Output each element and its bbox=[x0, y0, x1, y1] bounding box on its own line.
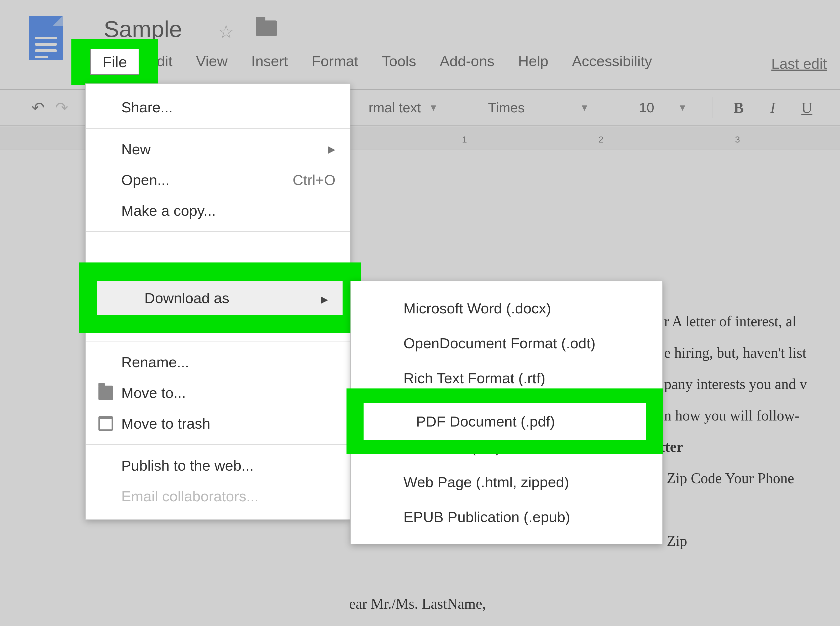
file-menu-item[interactable]: Make a copy... bbox=[86, 195, 350, 226]
menu-item-download-as-highlighted[interactable]: Download as ▶ bbox=[97, 281, 343, 315]
menu-file-highlighted[interactable]: File bbox=[90, 49, 139, 75]
file-menu-item-label: Share... bbox=[121, 99, 173, 116]
star-icon[interactable]: ☆ bbox=[218, 21, 235, 42]
download-submenu-item[interactable]: EPUB Publication (.epub) bbox=[351, 499, 662, 534]
file-menu-item[interactable]: Move to trash bbox=[86, 408, 350, 439]
menu-view[interactable]: View bbox=[196, 53, 228, 70]
trash-icon bbox=[99, 416, 113, 431]
file-menu-item-label: Move to... bbox=[121, 384, 186, 401]
ruler-mark: 3 bbox=[735, 135, 740, 145]
chevron-right-icon: ▶ bbox=[328, 144, 335, 155]
folder-icon bbox=[99, 386, 113, 400]
move-folder-icon[interactable] bbox=[256, 20, 277, 36]
submenu-item-pdf-highlighted[interactable]: PDF Document (.pdf) bbox=[364, 403, 646, 440]
file-menu-item-label: Email collaborators... bbox=[121, 488, 258, 505]
highlight-pdf: PDF Document (.pdf) bbox=[347, 388, 663, 454]
download-submenu-item[interactable]: Microsoft Word (.docx) bbox=[351, 291, 662, 326]
paragraph-style-combo[interactable]: rmal text▼ bbox=[362, 98, 444, 117]
document-title[interactable]: Sample bbox=[104, 16, 182, 42]
file-menu-item: Email collaborators... bbox=[86, 481, 350, 512]
file-menu-item-label: Move to trash bbox=[121, 415, 210, 432]
file-menu-item[interactable]: Open...Ctrl+O bbox=[86, 164, 350, 195]
file-menu-item-label: Rename... bbox=[121, 354, 189, 371]
menu-accessibility[interactable]: Accessibility bbox=[572, 53, 652, 70]
ruler-mark: 1 bbox=[462, 135, 467, 145]
highlight-download-as: Download as ▶ bbox=[79, 263, 361, 333]
file-menu-item-label: Make a copy... bbox=[121, 202, 216, 219]
menu-format[interactable]: Format bbox=[311, 53, 358, 70]
menu-help[interactable]: Help bbox=[518, 53, 548, 70]
file-menu-item[interactable]: New▶ bbox=[86, 134, 350, 164]
file-menu-item[interactable]: Move to... bbox=[86, 377, 350, 408]
font-size-combo[interactable]: 10▼ bbox=[633, 98, 693, 117]
ruler-mark: 2 bbox=[599, 135, 604, 145]
file-menu-item[interactable]: Share... bbox=[86, 92, 350, 122]
menu-insert[interactable]: Insert bbox=[251, 53, 288, 70]
undo-icon[interactable]: ↶ bbox=[31, 99, 45, 117]
last-edit-link[interactable]: Last edit bbox=[771, 55, 827, 72]
bold-button[interactable]: B bbox=[731, 99, 746, 117]
file-menu-item-label: New bbox=[121, 141, 151, 158]
italic-button[interactable]: I bbox=[765, 99, 781, 117]
underline-button[interactable]: U bbox=[799, 99, 815, 117]
download-submenu-item[interactable]: OpenDocument Format (.odt) bbox=[351, 326, 662, 361]
download-submenu-item[interactable]: Web Page (.html, zipped) bbox=[351, 465, 662, 499]
keyboard-shortcut: Ctrl+O bbox=[293, 171, 335, 188]
menu-tools[interactable]: Tools bbox=[382, 53, 416, 70]
redo-icon[interactable]: ↷ bbox=[55, 99, 68, 117]
file-menu-item-label: Publish to the web... bbox=[121, 457, 253, 474]
menu-addons[interactable]: Add-ons bbox=[440, 53, 494, 70]
highlight-file: File bbox=[71, 39, 158, 85]
file-menu-item-label: Open... bbox=[121, 171, 170, 188]
file-menu-item[interactable]: Publish to the web... bbox=[86, 450, 350, 481]
file-menu-item[interactable]: Rename... bbox=[86, 347, 350, 377]
font-family-combo[interactable]: Times▼ bbox=[482, 98, 595, 117]
